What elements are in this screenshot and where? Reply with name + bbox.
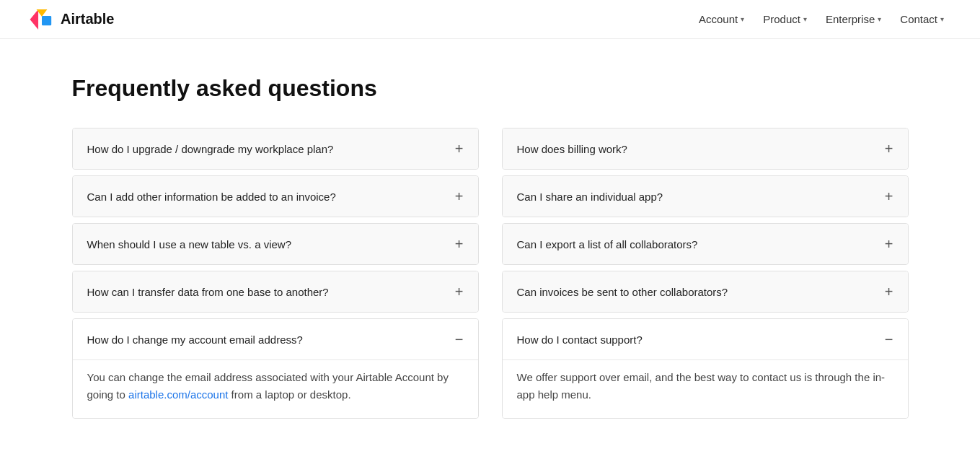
faq-question-transfer-data[interactable]: How can I transfer data from one base to…	[73, 271, 478, 312]
nav-account[interactable]: Account ▾	[692, 9, 751, 30]
navigation: Airtable Account ▾ Product ▾ Enterprise …	[0, 0, 980, 39]
faq-toggle-icon: −	[885, 332, 893, 346]
faq-item-export-collaborators: Can I export a list of all collaborators…	[502, 223, 909, 265]
faq-question-text: How do I change my account email address…	[87, 334, 303, 346]
chevron-down-icon: ▾	[741, 15, 744, 23]
faq-item-contact-support: How do I contact support? − We offer sup…	[502, 318, 909, 419]
faq-toggle-icon: +	[885, 189, 893, 204]
faq-question-export-collaborators[interactable]: Can I export a list of all collaborators…	[503, 224, 908, 264]
faq-question-text: Can invoices be sent to other collaborat…	[517, 286, 728, 298]
faq-question-text: How do I contact support?	[517, 334, 643, 346]
faq-item-invoices-collaborators: Can invoices be sent to other collaborat…	[502, 271, 909, 313]
svg-rect-2	[42, 16, 51, 25]
faq-answer-text-after: from a laptop or desktop.	[228, 388, 350, 401]
faq-answer-change-email: You can change the email address associa…	[73, 359, 478, 418]
faq-toggle-icon: +	[885, 284, 893, 299]
faq-item-share-app: Can I share an individual app? +	[502, 175, 909, 217]
chevron-down-icon: ▾	[803, 15, 807, 23]
svg-marker-0	[30, 9, 39, 30]
faq-item-change-email: How do I change my account email address…	[72, 318, 479, 419]
main-content: Frequently asked questions How do I upgr…	[43, 39, 937, 449]
faq-right-column: How does billing work? + Can I share an …	[502, 128, 909, 424]
nav-links: Account ▾ Product ▾ Enterprise ▾ Contact…	[692, 9, 951, 30]
faq-toggle-icon: +	[455, 189, 464, 204]
nav-enterprise[interactable]: Enterprise ▾	[818, 9, 888, 30]
faq-question-text: How can I transfer data from one base to…	[87, 286, 329, 298]
faq-question-text: Can I add other information be added to …	[87, 191, 336, 203]
faq-toggle-icon: −	[455, 332, 464, 346]
faq-item-table-vs-view: When should I use a new table vs. a view…	[72, 223, 479, 265]
faq-toggle-icon: +	[455, 237, 464, 251]
faq-grid: How do I upgrade / downgrade my workplac…	[72, 128, 909, 424]
faq-question-share-app[interactable]: Can I share an individual app? +	[503, 176, 908, 217]
faq-item-upgrade: How do I upgrade / downgrade my workplac…	[72, 128, 479, 170]
faq-question-invoices-collaborators[interactable]: Can invoices be sent to other collaborat…	[503, 271, 908, 312]
faq-answer-contact-support: We offer support over email, and the bes…	[503, 359, 908, 418]
faq-item-invoice-info: Can I add other information be added to …	[72, 175, 479, 217]
faq-question-text: When should I use a new table vs. a view…	[87, 238, 292, 250]
faq-left-column: How do I upgrade / downgrade my workplac…	[72, 128, 479, 424]
page-title: Frequently asked questions	[72, 75, 909, 102]
faq-item-transfer-data: How can I transfer data from one base to…	[72, 271, 479, 313]
faq-toggle-icon: +	[455, 141, 464, 156]
chevron-down-icon: ▾	[878, 15, 881, 23]
logo-text: Airtable	[61, 11, 114, 27]
faq-question-contact-support[interactable]: How do I contact support? −	[503, 319, 908, 359]
faq-question-text: How do I upgrade / downgrade my workplac…	[87, 143, 334, 155]
faq-question-invoice-info[interactable]: Can I add other information be added to …	[73, 176, 478, 217]
faq-question-text: Can I share an individual app?	[517, 191, 663, 203]
faq-toggle-icon: +	[885, 237, 893, 251]
faq-question-text: How does billing work?	[517, 143, 627, 155]
nav-product[interactable]: Product ▾	[756, 9, 814, 30]
logo-link[interactable]: Airtable	[29, 9, 114, 30]
chevron-down-icon: ▾	[940, 15, 944, 23]
faq-question-billing[interactable]: How does billing work? +	[503, 128, 908, 169]
airtable-account-link[interactable]: airtable.com/account	[128, 388, 228, 401]
faq-answer-text: We offer support over email, and the bes…	[517, 371, 886, 401]
faq-question-change-email[interactable]: How do I change my account email address…	[73, 319, 478, 359]
faq-toggle-icon: +	[885, 141, 893, 156]
faq-question-upgrade[interactable]: How do I upgrade / downgrade my workplac…	[73, 128, 478, 169]
airtable-logo-icon	[29, 9, 55, 30]
faq-question-table-vs-view[interactable]: When should I use a new table vs. a view…	[73, 224, 478, 264]
faq-item-billing: How does billing work? +	[502, 128, 909, 170]
faq-toggle-icon: +	[455, 284, 464, 299]
nav-contact[interactable]: Contact ▾	[893, 9, 951, 30]
faq-question-text: Can I export a list of all collaborators…	[517, 238, 698, 250]
